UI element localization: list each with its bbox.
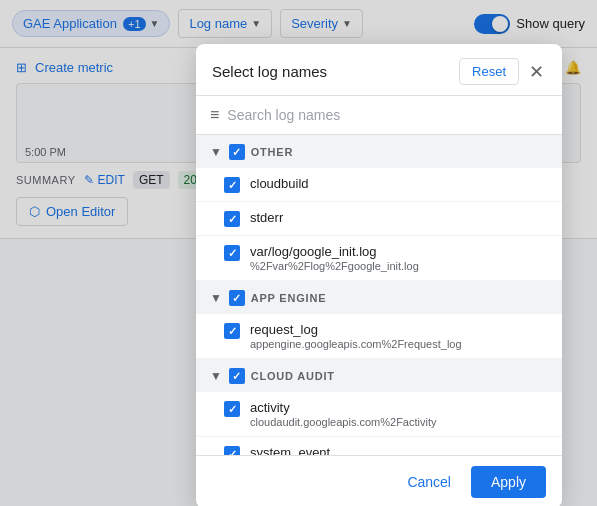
group-header-cloud-audit[interactable]: ▼ CLOUD AUDIT: [196, 359, 562, 392]
cloudaudit-chevron-icon: ▼: [210, 369, 223, 383]
other-group-checkbox[interactable]: [229, 144, 245, 160]
list-item[interactable]: system_event: [196, 437, 562, 455]
request-log-sub: appengine.googleapis.com%2Frequest_log: [250, 338, 462, 350]
activity-sub: cloudaudit.googleapis.com%2Factivity: [250, 416, 437, 428]
request-log-name: request_log: [250, 322, 462, 337]
close-button[interactable]: ✕: [527, 61, 546, 83]
group-header-other[interactable]: ▼ OTHER: [196, 135, 562, 168]
modal-header: Select log names Reset ✕: [196, 44, 562, 96]
group-header-app-engine[interactable]: ▼ APP ENGINE: [196, 281, 562, 314]
activity-name: activity: [250, 400, 437, 415]
stderr-name: stderr: [250, 210, 283, 225]
cloudbuild-name: cloudbuild: [250, 176, 309, 191]
search-wrap: ≡: [196, 96, 562, 135]
google-init-name: var/log/google_init.log: [250, 244, 419, 259]
cloudbuild-checkbox[interactable]: [224, 177, 240, 193]
apply-button[interactable]: Apply: [471, 466, 546, 498]
cancel-button[interactable]: Cancel: [395, 466, 463, 498]
cloudaudit-group-checkbox[interactable]: [229, 368, 245, 384]
log-name-list: ▼ OTHER cloudbuild stderr var/log/google…: [196, 135, 562, 455]
list-item[interactable]: stderr: [196, 202, 562, 236]
other-group-label: OTHER: [251, 146, 294, 158]
list-item[interactable]: var/log/google_init.log %2Fvar%2Flog%2Fg…: [196, 236, 562, 281]
activity-checkbox[interactable]: [224, 401, 240, 417]
google-init-checkbox[interactable]: [224, 245, 240, 261]
list-item[interactable]: request_log appengine.googleapis.com%2Fr…: [196, 314, 562, 359]
appengine-group-checkbox[interactable]: [229, 290, 245, 306]
stderr-checkbox[interactable]: [224, 211, 240, 227]
list-item[interactable]: cloudbuild: [196, 168, 562, 202]
system-event-checkbox[interactable]: [224, 446, 240, 455]
google-init-sub: %2Fvar%2Flog%2Fgoogle_init.log: [250, 260, 419, 272]
list-item[interactable]: activity cloudaudit.googleapis.com%2Fact…: [196, 392, 562, 437]
search-input[interactable]: [227, 107, 548, 123]
select-log-names-modal: Select log names Reset ✕ ≡ ▼ OTHER cloud…: [196, 44, 562, 506]
system-event-name: system_event: [250, 445, 330, 455]
modal-footer: Cancel Apply: [196, 455, 562, 506]
reset-button[interactable]: Reset: [459, 58, 519, 85]
appengine-chevron-icon: ▼: [210, 291, 223, 305]
filter-list-icon: ≡: [210, 106, 219, 124]
appengine-group-label: APP ENGINE: [251, 292, 327, 304]
modal-header-actions: Reset ✕: [459, 58, 546, 85]
cloudaudit-group-label: CLOUD AUDIT: [251, 370, 335, 382]
request-log-checkbox[interactable]: [224, 323, 240, 339]
other-chevron-icon: ▼: [210, 145, 223, 159]
modal-title: Select log names: [212, 63, 327, 80]
